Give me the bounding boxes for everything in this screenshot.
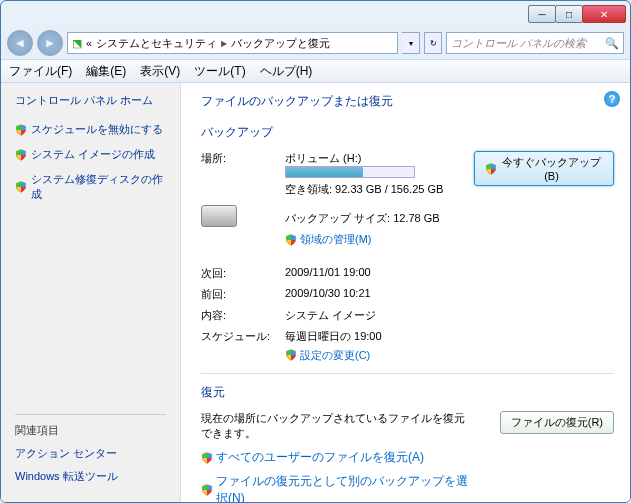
restore-all-users-link[interactable]: すべてのユーザーのファイルを復元(A): [201, 449, 424, 466]
search-input[interactable]: コントロール パネルの検索 🔍: [446, 32, 624, 54]
shield-icon: [485, 163, 497, 175]
task-label: システム修復ディスクの作成: [31, 172, 166, 202]
next-value: 2009/11/01 19:00: [285, 266, 614, 278]
forward-button[interactable]: ►: [37, 30, 63, 56]
see-also-action-center[interactable]: アクション センター: [15, 446, 166, 461]
shield-icon: [285, 234, 297, 246]
change-settings-link[interactable]: 設定の変更(C): [285, 348, 370, 363]
breadcrumb-part2[interactable]: バックアップと復元: [231, 36, 330, 51]
refresh-button[interactable]: ↻: [424, 32, 442, 54]
sidebar-task-create-repair-disc[interactable]: システム修復ディスクの作成: [15, 172, 166, 202]
content-value: システム イメージ: [285, 308, 614, 323]
task-label: システム イメージの作成: [31, 147, 155, 162]
content-label: 内容:: [201, 308, 285, 323]
see-also-easy-transfer[interactable]: Windows 転送ツール: [15, 469, 166, 484]
restore-other-backup-link[interactable]: ファイルの復元元として別のバックアップを選択(N): [201, 473, 474, 503]
volume-name: ボリューム (H:): [285, 151, 474, 166]
main-panel: ? ファイルのバックアップまたは復元 バックアップ 場所: ボリューム (H:)…: [181, 83, 630, 502]
close-button[interactable]: ✕: [582, 5, 626, 23]
shield-icon: [201, 452, 213, 464]
breadcrumb-part1[interactable]: システムとセキュリティ: [96, 36, 217, 51]
divider: [201, 373, 614, 374]
sidebar-task-disable-schedule[interactable]: スケジュールを無効にする: [15, 122, 166, 137]
help-icon[interactable]: ?: [604, 91, 620, 107]
address-bar: ◄ ► ⬔ « システムとセキュリティ ▶ バックアップと復元 ▾ ↻ コントロ…: [1, 27, 630, 59]
schedule-label: スケジュール:: [201, 329, 285, 344]
shield-icon: [285, 349, 297, 361]
free-space-text: 空き領域: 92.33 GB / 156.25 GB: [285, 182, 474, 197]
menu-help[interactable]: ヘルプ(H): [260, 63, 313, 80]
restore-text: 現在の場所にバックアップされているファイルを復元できます。: [201, 411, 474, 441]
window: ─ □ ✕ ◄ ► ⬔ « システムとセキュリティ ▶ バックアップと復元 ▾ …: [0, 0, 631, 503]
see-also-header: 関連項目: [15, 414, 166, 438]
restore-section-header: 復元: [201, 384, 614, 401]
breadcrumb-root: «: [86, 37, 92, 49]
address-box[interactable]: ⬔ « システムとセキュリティ ▶ バックアップと復元: [67, 32, 398, 54]
hdd-icon: [201, 205, 237, 227]
location-label: 場所:: [201, 151, 285, 166]
search-placeholder: コントロール パネルの検索: [451, 36, 586, 51]
titlebar: ─ □ ✕: [1, 1, 630, 27]
menu-file[interactable]: ファイル(F): [9, 63, 72, 80]
disk-usage-bar: [285, 166, 415, 178]
menu-view[interactable]: 表示(V): [140, 63, 180, 80]
backup-size-text: バックアップ サイズ: 12.78 GB: [285, 211, 474, 226]
minimize-button[interactable]: ─: [528, 5, 556, 23]
menu-bar: ファイル(F) 編集(E) 表示(V) ツール(T) ヘルプ(H): [1, 59, 630, 83]
cpanel-icon: ⬔: [72, 37, 82, 50]
shield-icon: [15, 181, 27, 193]
prev-label: 前回:: [201, 287, 285, 302]
sidebar-task-create-image[interactable]: システム イメージの作成: [15, 147, 166, 162]
search-icon: 🔍: [605, 37, 619, 50]
content-area: コントロール パネル ホーム スケジュールを無効にする システム イメージの作成…: [1, 83, 630, 502]
shield-icon: [15, 124, 27, 136]
backup-now-button[interactable]: 今すぐバックアップ(B): [474, 151, 614, 186]
shield-icon: [15, 149, 27, 161]
schedule-value: 毎週日曜日の 19:00: [285, 329, 614, 344]
back-button[interactable]: ◄: [7, 30, 33, 56]
address-dropdown[interactable]: ▾: [402, 32, 420, 54]
prev-value: 2009/10/30 10:21: [285, 287, 614, 299]
maximize-button[interactable]: □: [555, 5, 583, 23]
menu-edit[interactable]: 編集(E): [86, 63, 126, 80]
page-title: ファイルのバックアップまたは復元: [201, 93, 614, 110]
chevron-right-icon: ▶: [221, 39, 227, 48]
restore-files-button[interactable]: ファイルの復元(R): [500, 411, 614, 434]
sidebar: コントロール パネル ホーム スケジュールを無効にする システム イメージの作成…: [1, 83, 181, 502]
menu-tools[interactable]: ツール(T): [194, 63, 245, 80]
control-panel-home-link[interactable]: コントロール パネル ホーム: [15, 93, 166, 108]
task-label: スケジュールを無効にする: [31, 122, 163, 137]
next-label: 次回:: [201, 266, 285, 281]
backup-section-header: バックアップ: [201, 124, 614, 141]
shield-icon: [201, 484, 213, 496]
manage-space-link[interactable]: 領域の管理(M): [285, 232, 372, 247]
